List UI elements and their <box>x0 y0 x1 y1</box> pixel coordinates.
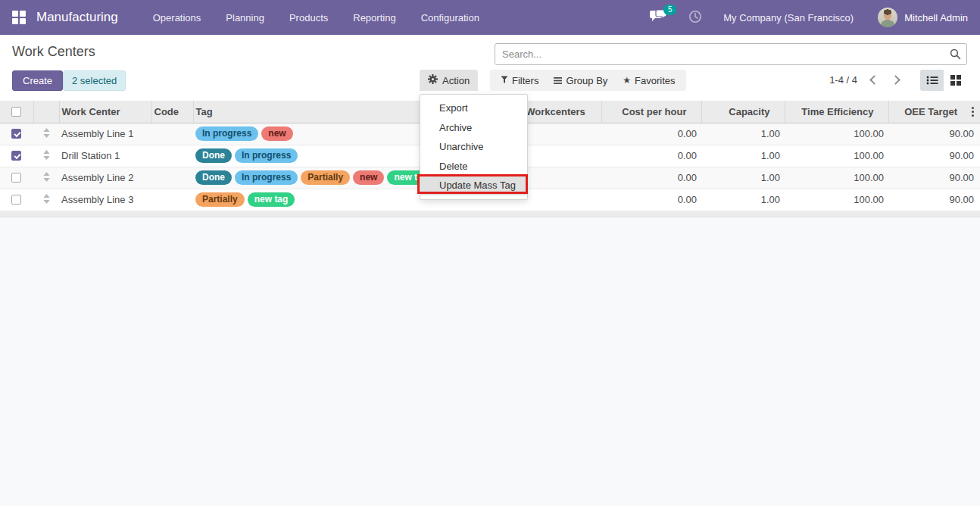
menu-operations[interactable]: Operations <box>153 12 201 23</box>
pager-next-button[interactable] <box>891 75 900 85</box>
control-panel: Work Centers Create 2 selected <box>0 35 980 101</box>
app-name[interactable]: Manufacturing <box>36 10 118 25</box>
code-cell <box>151 189 193 211</box>
create-button[interactable]: Create <box>12 70 63 91</box>
search-icon[interactable] <box>950 48 961 62</box>
star-icon: ★ <box>623 75 631 86</box>
kanban-view-icon <box>950 75 961 86</box>
optional-columns-icon[interactable] <box>972 107 974 117</box>
column-header-time-efficiency[interactable]: Time Efficiency <box>785 101 888 123</box>
page-title: Work Centers <box>12 44 95 60</box>
view-switcher <box>920 70 967 91</box>
code-cell <box>151 145 193 167</box>
oee-cell: 90.00 <box>888 123 980 145</box>
action-button[interactable]: Action <box>420 70 478 91</box>
tag-done: Done <box>195 148 232 163</box>
capacity-cell: 1.00 <box>701 189 785 211</box>
selected-count-badge: 2 selected <box>63 70 126 91</box>
table-footer-strip <box>0 211 980 217</box>
menu-reporting[interactable]: Reporting <box>353 12 395 23</box>
oee-header-label: OEE Target <box>904 106 957 117</box>
search-options-bar: Filters Group By ★ Favorites <box>490 70 686 91</box>
tag-in-progress: In progress <box>195 126 258 141</box>
work-center-name: Assembly Line 2 <box>59 167 151 189</box>
company-switcher[interactable]: My Company (San Francisco) <box>723 12 854 23</box>
drag-handle-icon[interactable] <box>43 194 50 206</box>
top-navbar: Manufacturing Operations Planning Produc… <box>0 0 980 35</box>
time-efficiency-cell: 100.00 <box>785 145 888 167</box>
user-name: Mitchell Admin <box>904 12 968 23</box>
tag-new: new <box>353 170 384 185</box>
cost-cell: 0.00 <box>601 123 701 145</box>
time-efficiency-cell: 100.00 <box>785 189 888 211</box>
capacity-cell: 1.00 <box>701 167 785 189</box>
handle-column-header <box>33 101 59 123</box>
menu-item-delete[interactable]: Delete <box>420 157 527 176</box>
cost-cell: 0.00 <box>601 189 701 211</box>
tag-in-progress: In progress <box>235 170 298 185</box>
tag-new-tag: new tag <box>248 192 295 207</box>
column-header-capacity[interactable]: Capacity <box>701 101 785 123</box>
capacity-cell: 1.00 <box>701 123 785 145</box>
bars-icon <box>554 75 562 86</box>
group-by-label: Group By <box>566 75 607 86</box>
filters-button[interactable]: Filters <box>495 70 545 91</box>
row-checkbox[interactable] <box>11 151 21 161</box>
list-view-icon <box>926 75 938 86</box>
menu-item-update-mass-tag[interactable]: Update Mass Tag <box>420 176 527 195</box>
drag-handle-icon[interactable] <box>43 150 50 162</box>
row-checkbox[interactable] <box>11 173 21 183</box>
favorites-label: Favorites <box>635 75 675 86</box>
work-center-name: Assembly Line 3 <box>59 189 151 211</box>
column-header-cost-per-hour[interactable]: Cost per hour <box>601 101 701 123</box>
menu-item-unarchive[interactable]: Unarchive <box>420 137 527 157</box>
tag-new: new <box>261 126 292 141</box>
pager-range: 1-4 / 4 <box>788 74 857 86</box>
messages-count-badge: 5 <box>663 5 676 15</box>
menu-item-archive[interactable]: Archive <box>420 118 527 138</box>
list-view-button[interactable] <box>920 70 944 91</box>
cost-cell: 0.00 <box>601 167 701 189</box>
cost-cell: 0.00 <box>601 145 701 167</box>
tag-partially: Partially <box>301 170 350 185</box>
drag-handle-icon[interactable] <box>43 172 50 184</box>
time-efficiency-cell: 100.00 <box>785 167 888 189</box>
menu-products[interactable]: Products <box>289 12 328 23</box>
gear-icon <box>428 74 438 86</box>
tag-done: Done <box>195 170 232 185</box>
tag-in-progress: In progress <box>235 148 298 163</box>
column-header-work-center[interactable]: Work Center <box>59 101 151 123</box>
odoo-app-window: Manufacturing Operations Planning Produc… <box>0 0 980 506</box>
row-checkbox[interactable] <box>11 129 21 139</box>
code-cell <box>151 123 193 145</box>
action-dropdown-menu: Export Archive Unarchive Delete Update M… <box>420 94 528 200</box>
menu-item-export[interactable]: Export <box>420 98 527 118</box>
action-button-label: Action <box>442 75 470 86</box>
apps-menu-icon[interactable] <box>12 11 26 24</box>
row-checkbox[interactable] <box>11 195 21 205</box>
nav-menus: Operations Planning Products Reporting C… <box>153 12 479 23</box>
code-cell <box>151 167 193 189</box>
oee-cell: 90.00 <box>888 167 980 189</box>
select-all-checkbox[interactable] <box>11 107 21 117</box>
search-box <box>495 43 967 65</box>
pager-previous-button[interactable] <box>869 75 879 85</box>
filter-icon <box>501 75 508 86</box>
menu-configuration[interactable]: Configuration <box>421 12 479 23</box>
kanban-view-button[interactable] <box>944 70 967 91</box>
work-center-name: Drill Station 1 <box>59 145 151 167</box>
column-header-oee-target[interactable]: OEE Target <box>888 101 980 123</box>
user-menu[interactable]: Mitchell Admin <box>878 8 968 27</box>
favorites-button[interactable]: ★ Favorites <box>616 70 681 91</box>
group-by-button[interactable]: Group By <box>548 70 613 91</box>
menu-planning[interactable]: Planning <box>226 12 264 23</box>
drag-handle-icon[interactable] <box>43 128 50 140</box>
oee-cell: 90.00 <box>888 189 980 211</box>
activities-clock-icon[interactable] <box>688 10 702 26</box>
search-input[interactable] <box>495 43 967 65</box>
filters-label: Filters <box>512 75 538 86</box>
column-header-code[interactable]: Code <box>151 101 193 123</box>
messages-icon[interactable]: 5 <box>650 10 667 25</box>
oee-cell: 90.00 <box>888 145 980 167</box>
user-avatar <box>878 8 897 27</box>
